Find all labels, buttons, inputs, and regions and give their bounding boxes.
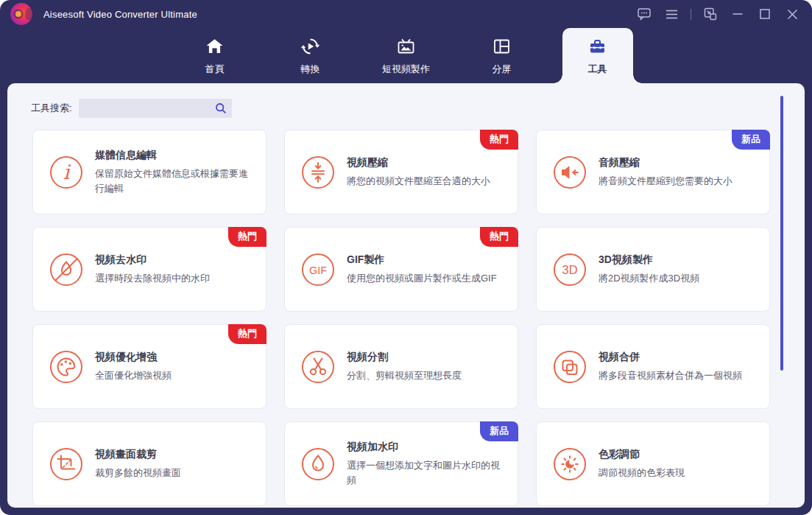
minimize-icon[interactable]	[730, 6, 746, 22]
3d-video-icon: 3D	[553, 253, 587, 287]
tool-desc: 將音頻文件壓縮到您需要的大小	[599, 174, 752, 189]
tool-card-3d-video[interactable]: 3D 3D視頻製作 將2D視頻製作成3D視頻	[536, 227, 770, 312]
tab-convert-label: 轉換	[301, 63, 320, 76]
tool-desc: 裁剪多餘的視頻畫面	[95, 466, 248, 480]
app-logo-icon	[10, 3, 32, 25]
color-adjust-icon	[553, 447, 587, 481]
hot-badge: 熱門	[480, 227, 518, 247]
video-enhance-icon	[49, 350, 83, 384]
tool-title: 視頻加水印	[347, 441, 500, 454]
watermark-remove-icon	[49, 253, 83, 287]
toolbox-panel: 工具搜索: i 媒體信息編輯	[7, 83, 805, 508]
hot-badge: 熱門	[480, 130, 518, 150]
svg-text:GIF: GIF	[309, 264, 327, 276]
app-window: Aiseesoft Video Converter Ultimate	[0, 0, 812, 515]
audio-compress-icon	[553, 155, 587, 189]
tool-card-audio-compress[interactable]: 新品 音頻壓縮 將音頻文件壓縮到您需要的大小	[536, 130, 770, 214]
tool-desc: 全面優化增強視頻	[95, 368, 248, 383]
svg-text:i: i	[63, 161, 71, 183]
tool-desc: 將您的視頻文件壓縮至合適的大小	[347, 174, 500, 189]
tab-home[interactable]: 首頁	[180, 28, 250, 83]
compact-mode-icon[interactable]	[702, 6, 719, 22]
feedback-icon[interactable]	[636, 6, 652, 22]
tool-title: 視頻去水印	[95, 253, 248, 267]
tool-card-video-crop[interactable]: 視頻畫面裁剪 裁剪多餘的視頻畫面	[32, 421, 266, 506]
menu-icon[interactable]	[663, 6, 679, 22]
tool-card-watermark-remove[interactable]: 熱門 視頻去水印 選擇時段去除視頻中的水印	[32, 227, 266, 312]
tool-title: 3D視頻製作	[599, 253, 752, 267]
tool-card-video-split[interactable]: 視頻分割 分割、剪輯視頻至理想長度	[284, 324, 518, 409]
gif-maker-icon: GIF	[301, 253, 335, 287]
search-label: 工具搜索:	[31, 102, 72, 115]
split-screen-icon	[492, 35, 512, 57]
tab-short-video-label: 短視頻製作	[382, 63, 430, 76]
tool-desc: 選擇時段去除視頻中的水印	[95, 271, 248, 286]
window-title: Aiseesoft Video Converter Ultimate	[43, 9, 197, 20]
tab-split-screen[interactable]: 分屏	[467, 28, 537, 83]
tool-title: 視頻分割	[347, 351, 500, 364]
tool-card-video-merge[interactable]: 視頻合併 將多段音視頻素材合併為一個視頻	[536, 324, 770, 409]
tool-card-color-adjust[interactable]: 色彩調節 調節視頻的色彩表現	[536, 421, 770, 506]
tool-title: 視頻畫面裁剪	[95, 448, 248, 461]
tab-toolbox[interactable]: 工具	[562, 28, 633, 83]
video-compress-icon	[301, 155, 335, 189]
tab-toolbox-label: 工具	[588, 63, 607, 76]
tab-split-screen-label: 分屏	[493, 63, 512, 76]
tab-convert[interactable]: 轉換	[275, 28, 346, 83]
maximize-icon[interactable]	[757, 6, 773, 22]
svg-text:3D: 3D	[562, 263, 577, 276]
tab-home-label: 首頁	[205, 63, 225, 76]
search-input[interactable]	[79, 99, 232, 118]
watermark-add-icon	[301, 447, 335, 481]
hot-badge: 熱門	[228, 324, 266, 344]
tool-card-media-info[interactable]: i 媒體信息編輯 保留原始文件媒體信息或根據需要進行編輯	[32, 130, 266, 214]
tool-title: GIF製作	[347, 253, 500, 267]
toolbox-icon	[587, 35, 607, 57]
tool-title: 視頻合併	[599, 351, 752, 364]
tool-desc: 使用您的視頻或圖片製作或生成GIF	[347, 271, 500, 286]
video-merge-icon	[553, 350, 587, 384]
convert-icon	[300, 35, 320, 57]
video-crop-icon	[49, 447, 83, 481]
titlebar: Aiseesoft Video Converter Ultimate	[0, 0, 812, 28]
tools-grid: i 媒體信息編輯 保留原始文件媒體信息或根據需要進行編輯 熱門	[32, 130, 805, 506]
video-split-icon	[301, 350, 335, 384]
media-info-icon: i	[49, 155, 83, 189]
short-video-icon	[396, 35, 416, 57]
tool-card-gif-maker[interactable]: 熱門 GIF GIF製作 使用您的視頻或圖片製作或生成GIF	[284, 227, 518, 312]
tool-desc: 保留原始文件媒體信息或根據需要進行編輯	[95, 167, 248, 196]
search-row: 工具搜索:	[31, 99, 805, 118]
new-badge: 新品	[480, 421, 518, 441]
tool-card-video-enhance[interactable]: 熱門 視頻優化增強 全面優化增強視頻	[32, 324, 266, 409]
tool-desc: 調節視頻的色彩表現	[599, 466, 752, 480]
home-icon	[205, 35, 225, 57]
hot-badge: 熱門	[228, 227, 266, 247]
tab-short-video[interactable]: 短視頻製作	[371, 28, 442, 83]
tool-title: 視頻壓縮	[347, 156, 500, 169]
tool-title: 視頻優化增強	[95, 351, 248, 364]
search-icon[interactable]	[215, 102, 227, 114]
titlebar-separator	[691, 9, 691, 20]
tool-title: 色彩調節	[599, 448, 752, 461]
tool-desc: 選擇一個想添加文字和圖片水印的視頻	[347, 458, 500, 488]
tool-desc: 將2D視頻製作成3D視頻	[599, 271, 752, 286]
tool-card-video-compress[interactable]: 熱門 視頻壓縮 將您的視頻文件壓縮至合適的大小	[284, 130, 518, 214]
main-nav: 首頁 轉換	[0, 28, 812, 83]
tool-card-watermark-add[interactable]: 新品 視頻加水印 選擇一個想添加文字和圖片水印的視頻	[284, 421, 518, 506]
tool-desc: 將多段音視頻素材合併為一個視頻	[599, 368, 752, 383]
tool-title: 媒體信息編輯	[95, 149, 248, 162]
vertical-scrollbar[interactable]	[780, 96, 783, 371]
close-icon[interactable]	[784, 6, 800, 22]
tool-desc: 分割、剪輯視頻至理想長度	[347, 368, 500, 383]
new-badge: 新品	[732, 130, 770, 150]
tool-title: 音頻壓縮	[599, 156, 752, 169]
